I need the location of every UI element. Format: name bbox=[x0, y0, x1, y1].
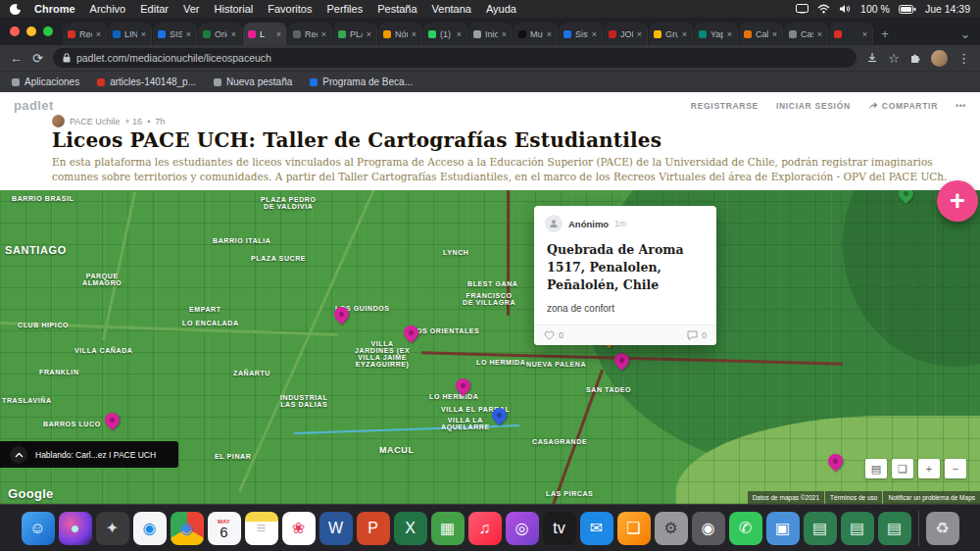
browser-tab[interactable]: Mus× bbox=[514, 23, 558, 45]
tab-close-icon[interactable]: × bbox=[186, 29, 191, 39]
map-marker[interactable] bbox=[456, 378, 471, 398]
dock-photo-booth-icon[interactable]: ◉ bbox=[692, 512, 725, 545]
dock-powerpoint-icon[interactable]: P bbox=[357, 512, 390, 545]
menu-item-archivo[interactable]: Archivo bbox=[90, 3, 126, 15]
dock-mail-icon[interactable]: ✉ bbox=[580, 512, 613, 545]
wifi-icon[interactable] bbox=[817, 4, 830, 14]
tab-close-icon[interactable]: × bbox=[321, 29, 326, 39]
dock-settings-icon[interactable]: ⚙ bbox=[655, 512, 688, 545]
volume-icon[interactable] bbox=[839, 4, 852, 14]
share-button[interactable]: COMPARTIR bbox=[868, 101, 938, 111]
map-canvas[interactable]: BARRIO BRASILSANTIAGOPARQUE ALMAGROCLUB … bbox=[0, 190, 980, 504]
zoom-in-button[interactable]: + bbox=[918, 459, 940, 478]
fullscreen-button[interactable]: ❏ bbox=[892, 459, 913, 478]
dock-podcasts-icon[interactable]: ◎ bbox=[506, 512, 539, 545]
back-icon[interactable]: ← bbox=[10, 52, 23, 65]
browser-tab[interactable]: Nón× bbox=[378, 23, 422, 45]
dock-books-icon[interactable]: ❏ bbox=[617, 512, 651, 545]
map-attribution-link[interactable]: Datos de mapas ©2021 bbox=[748, 491, 824, 504]
dock-preview-icon[interactable]: ▣ bbox=[766, 512, 800, 545]
tab-close-icon[interactable]: × bbox=[682, 29, 687, 39]
add-post-button[interactable]: + bbox=[937, 180, 978, 222]
tab-close-icon[interactable]: × bbox=[412, 29, 416, 39]
browser-tab[interactable]: Inici× bbox=[468, 23, 513, 45]
menu-item-perfiles[interactable]: Perfiles bbox=[327, 3, 364, 15]
map-attribution-link[interactable]: Términos de uso bbox=[825, 491, 882, 504]
browser-tab[interactable]: Gru× bbox=[649, 23, 693, 45]
login-button[interactable]: INICIAR SESIÓN bbox=[776, 101, 851, 111]
menu-item-historial[interactable]: Historial bbox=[215, 3, 254, 15]
tab-close-icon[interactable]: × bbox=[772, 29, 777, 39]
tab-search-button[interactable]: ⌄ bbox=[955, 23, 976, 45]
bookmark-star-icon[interactable]: ☆ bbox=[888, 52, 900, 65]
browser-tab[interactable]: (1) V× bbox=[423, 23, 467, 45]
tab-close-icon[interactable]: × bbox=[367, 29, 371, 39]
bookmark-item[interactable]: Programa de Beca... bbox=[310, 76, 413, 87]
tab-close-icon[interactable]: × bbox=[457, 29, 462, 39]
dock-music-icon[interactable]: ♫ bbox=[468, 512, 502, 545]
comment-icon[interactable] bbox=[687, 330, 698, 340]
dock-facetime-icon[interactable]: ✆ bbox=[729, 512, 762, 545]
post-popup[interactable]: Anónimo 1m Quebrada de Aroma 1517, Penal… bbox=[534, 206, 716, 345]
dock-numbers-doc-3-icon[interactable]: ▤ bbox=[878, 512, 911, 545]
tab-close-icon[interactable]: × bbox=[141, 29, 146, 39]
menu-item-favoritos[interactable]: Favoritos bbox=[268, 3, 312, 15]
register-button[interactable]: REGISTRARSE bbox=[691, 101, 759, 111]
dock-excel-icon[interactable]: X bbox=[394, 512, 427, 545]
bookmark-item[interactable]: Nueva pestaña bbox=[214, 76, 292, 87]
dock-photos-icon[interactable]: ❀ bbox=[282, 512, 316, 545]
dock-screen-sharing-icon[interactable]: ▦ bbox=[431, 512, 465, 545]
browser-tab[interactable]: SIST× bbox=[153, 23, 197, 45]
tab-close-icon[interactable]: × bbox=[592, 29, 597, 39]
browser-tab[interactable]: × bbox=[829, 23, 873, 45]
tab-close-icon[interactable]: × bbox=[231, 29, 236, 39]
tab-close-icon[interactable]: × bbox=[637, 29, 642, 39]
map-marker[interactable] bbox=[828, 454, 844, 474]
browser-tab[interactable]: Cas× bbox=[784, 23, 828, 45]
dock-calendar-icon[interactable]: MAY6 bbox=[208, 512, 241, 545]
reload-icon[interactable]: ⟳ bbox=[32, 52, 43, 65]
extensions-puzzle-icon[interactable] bbox=[909, 52, 921, 64]
window-close-button[interactable] bbox=[10, 26, 20, 36]
more-options-icon[interactable]: ••• bbox=[956, 101, 966, 111]
apple-menu-icon[interactable] bbox=[10, 4, 21, 15]
map-marker[interactable] bbox=[105, 413, 121, 432]
browser-tab[interactable]: JOR× bbox=[604, 23, 648, 45]
dock-finder-icon[interactable]: ☺ bbox=[22, 512, 55, 545]
dock-trash-icon[interactable]: ♻ bbox=[926, 512, 959, 545]
map-attribution-link[interactable]: Notificar un problema de Maps bbox=[883, 491, 980, 504]
window-zoom-button[interactable] bbox=[43, 26, 53, 36]
browser-tab[interactable]: PLA× bbox=[333, 23, 377, 45]
install-icon[interactable] bbox=[866, 52, 878, 64]
dock-notes-icon[interactable]: ≡ bbox=[245, 512, 278, 545]
padlet-logo[interactable]: padlet bbox=[14, 98, 54, 113]
map-marker[interactable] bbox=[492, 408, 508, 427]
bookmark-item[interactable]: Aplicaciones bbox=[12, 76, 79, 87]
tab-close-icon[interactable]: × bbox=[727, 29, 732, 39]
map-type-button[interactable]: ▤ bbox=[865, 459, 887, 478]
window-minimize-button[interactable] bbox=[26, 26, 36, 36]
talking-overlay[interactable]: Hablando: Carl...ez I PACE UCH bbox=[0, 441, 178, 468]
tab-close-icon[interactable]: × bbox=[96, 29, 101, 39]
screen-mirroring-icon[interactable] bbox=[796, 4, 808, 14]
menu-item-pestaña[interactable]: Pestaña bbox=[377, 3, 416, 15]
map-marker[interactable] bbox=[404, 326, 419, 345]
tab-close-icon[interactable]: × bbox=[817, 29, 822, 39]
browser-tab[interactable]: Orie× bbox=[198, 23, 242, 45]
menu-item-ayuda[interactable]: Ayuda bbox=[486, 3, 516, 15]
menu-clock[interactable]: Jue 14:39 bbox=[925, 3, 970, 15]
dock-siri-icon[interactable]: ● bbox=[59, 512, 92, 545]
browser-tab[interactable]: Yap× bbox=[694, 23, 738, 45]
dock-word-icon[interactable]: W bbox=[319, 512, 353, 545]
address-bar[interactable]: padlet.com/mediacionuchile/liceospaceuch bbox=[53, 48, 857, 68]
menu-item-chrome[interactable]: Chrome bbox=[34, 3, 75, 15]
collaborators-count[interactable]: + 16 bbox=[124, 117, 142, 126]
tab-close-icon[interactable]: × bbox=[862, 29, 867, 39]
browser-tab[interactable]: Cab× bbox=[739, 23, 783, 45]
tab-close-icon[interactable]: × bbox=[547, 29, 552, 39]
dock-launchpad-icon[interactable]: ✦ bbox=[96, 512, 129, 545]
dock-numbers-doc-1-icon[interactable]: ▤ bbox=[804, 512, 837, 545]
browser-tab[interactable]: LINk× bbox=[108, 23, 152, 45]
menu-item-editar[interactable]: Editar bbox=[140, 3, 169, 15]
browser-tab[interactable]: Reci× bbox=[63, 23, 107, 45]
